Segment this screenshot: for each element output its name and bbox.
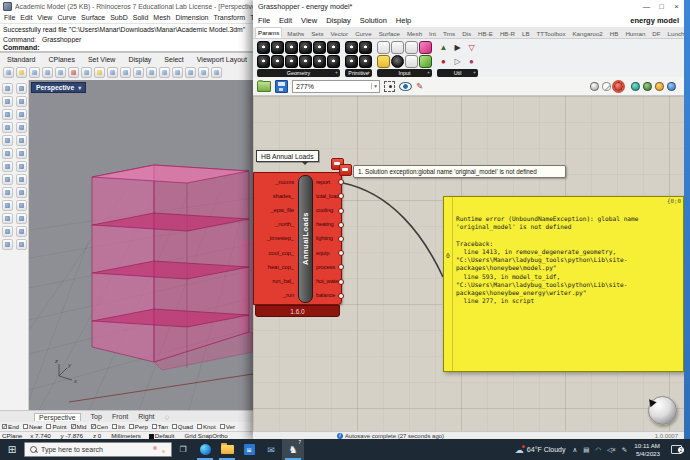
new-file-icon[interactable] — [3, 67, 14, 78]
output-port[interactable] — [338, 222, 344, 228]
gh-menu-file[interactable]: File — [258, 16, 270, 25]
sphere-tool-icon[interactable] — [16, 161, 27, 172]
ellipse-tool-icon[interactable] — [16, 109, 27, 120]
osnap-near[interactable]: Near — [23, 423, 42, 430]
open-document-icon[interactable] — [257, 81, 271, 92]
boolean-tool-icon[interactable] — [2, 187, 13, 198]
curve-edit-tool-icon[interactable] — [2, 226, 13, 237]
input-heat-cop[interactable]: heat_cop_ — [268, 264, 294, 270]
zoom-level-dropdown[interactable]: 277% ▾ — [292, 80, 380, 93]
output-port[interactable] — [338, 250, 344, 256]
split-tool-icon[interactable] — [16, 200, 27, 211]
image-sampler-icon[interactable] — [419, 55, 432, 68]
fillet-tool-icon[interactable] — [16, 135, 27, 146]
output-port[interactable] — [338, 179, 344, 185]
param-icon[interactable] — [359, 41, 372, 54]
taskbar-clock[interactable]: 10:11 AM 5/4/2023 — [634, 442, 660, 456]
taskbar-search-input[interactable]: Type here to search — [24, 442, 172, 457]
menu-dimension[interactable]: Dimension — [175, 14, 208, 21]
menu-file[interactable]: File — [4, 14, 15, 21]
explode-tool-icon[interactable] — [16, 187, 27, 198]
panel-icon[interactable] — [377, 55, 390, 68]
checkbox[interactable] — [152, 424, 157, 429]
param-icon[interactable] — [257, 41, 270, 54]
viewport-tab-front[interactable]: Front — [112, 413, 128, 420]
checkbox-checked[interactable] — [71, 424, 76, 429]
input-run-bal[interactable]: run_bal_ — [272, 278, 294, 284]
tray-expand-icon[interactable]: ∧ — [572, 446, 577, 454]
error-panel[interactable]: {0;0 0 Runtime error (UnboundNameExcepti… — [443, 196, 684, 372]
status-ortho[interactable]: Ortho — [212, 432, 227, 439]
open-file-icon[interactable] — [16, 67, 27, 78]
chevron-down-icon[interactable]: ▾ — [78, 84, 81, 91]
file-explorer-taskbar-button[interactable] — [216, 439, 238, 460]
tool-icon[interactable] — [16, 83, 27, 94]
document-selector[interactable]: energy model — [630, 16, 679, 25]
tab-cplanes[interactable]: CPlanes — [48, 56, 74, 63]
trim-tool-icon[interactable] — [2, 200, 13, 211]
param-icon[interactable] — [257, 55, 270, 68]
gh-menu-display[interactable]: Display — [326, 16, 351, 25]
gh-tab-lunchboxml[interactable]: LunchBoxML — [666, 29, 684, 38]
menu-mesh[interactable]: Mesh — [153, 14, 170, 21]
edge-taskbar-button[interactable] — [194, 439, 216, 460]
component-name-capsule[interactable]: AnnualLoads — [298, 175, 313, 303]
custom-preview-icon[interactable] — [631, 82, 640, 91]
component-body[interactable]: _rooms shades_ _epw_file _north_ _timest… — [253, 172, 342, 305]
polyline-tool-icon[interactable] — [2, 96, 13, 107]
blue-display-icon[interactable] — [667, 82, 676, 91]
gh-tab-vector[interactable]: Vector — [329, 29, 351, 38]
menu-solid[interactable]: Solid — [133, 14, 149, 21]
command-prompt[interactable]: Command: — [0, 43, 253, 53]
gh-tab-mesh[interactable]: Mesh — [405, 29, 424, 38]
polygon-tool-icon[interactable] — [2, 135, 13, 146]
viewport-tab-top[interactable]: Top — [91, 413, 102, 420]
gh-tab-lb[interactable]: LB — [520, 29, 532, 38]
gh-tab-curve[interactable]: Curve — [353, 29, 374, 38]
move-icon[interactable] — [133, 67, 144, 78]
output-port[interactable] — [338, 264, 344, 270]
jump-icon[interactable]: ▷ — [451, 55, 464, 68]
group-label-primitive[interactable]: Primitive — [345, 69, 372, 77]
checkbox-checked[interactable] — [2, 424, 7, 429]
output-port[interactable] — [338, 193, 344, 199]
shaded-preview-icon[interactable] — [614, 82, 623, 91]
network-icon[interactable]: ◠ — [595, 446, 601, 454]
osnap-tan[interactable]: Tan — [152, 423, 168, 430]
gh-tab-params[interactable]: Params — [255, 27, 282, 38]
param-icon[interactable] — [299, 55, 312, 68]
blend-tool-icon[interactable] — [16, 226, 27, 237]
save-icon[interactable] — [29, 67, 40, 78]
undo-icon[interactable] — [107, 67, 118, 78]
param-icon[interactable] — [271, 41, 284, 54]
param-icon[interactable] — [299, 41, 312, 54]
param-icon[interactable] — [313, 41, 326, 54]
delete-icon[interactable] — [68, 67, 79, 78]
mesh-tool-icon[interactable] — [2, 213, 13, 224]
start-button[interactable]: ⊞ — [0, 439, 24, 460]
checkbox[interactable] — [112, 424, 117, 429]
close-button[interactable]: × — [669, 2, 684, 11]
maximize-button[interactable]: □ — [654, 2, 669, 11]
store-taskbar-button[interactable]: ⊞ — [238, 439, 260, 460]
input-cool-cop[interactable]: cool_cop_ — [268, 250, 294, 256]
paste-icon[interactable] — [94, 67, 105, 78]
cylinder-tool-icon[interactable] — [2, 174, 13, 185]
param-icon[interactable] — [345, 41, 358, 54]
menu-edit[interactable]: Edit — [20, 14, 32, 21]
zoom-extents-icon[interactable] — [146, 67, 157, 78]
sketch-pencil-icon[interactable]: ✎ — [416, 81, 423, 91]
print-icon[interactable] — [42, 67, 53, 78]
osnap-mid[interactable]: Mid — [71, 423, 87, 430]
checkbox[interactable] — [220, 424, 225, 429]
data-dam-icon[interactable]: ▽ — [465, 41, 478, 54]
osnap-cen[interactable]: Cen — [91, 423, 108, 430]
group-label-input[interactable]: Input — [377, 69, 432, 77]
battery-icon[interactable]: ▤ — [583, 446, 589, 454]
tab-select[interactable]: Select — [164, 56, 183, 63]
button-icon[interactable] — [391, 41, 404, 54]
osnap-point[interactable]: Point — [46, 423, 66, 430]
zoom-extents-icon[interactable] — [384, 81, 395, 92]
tab-viewport-layout[interactable]: Viewport Layout — [197, 56, 247, 63]
preview-eye-icon[interactable] — [399, 82, 412, 91]
